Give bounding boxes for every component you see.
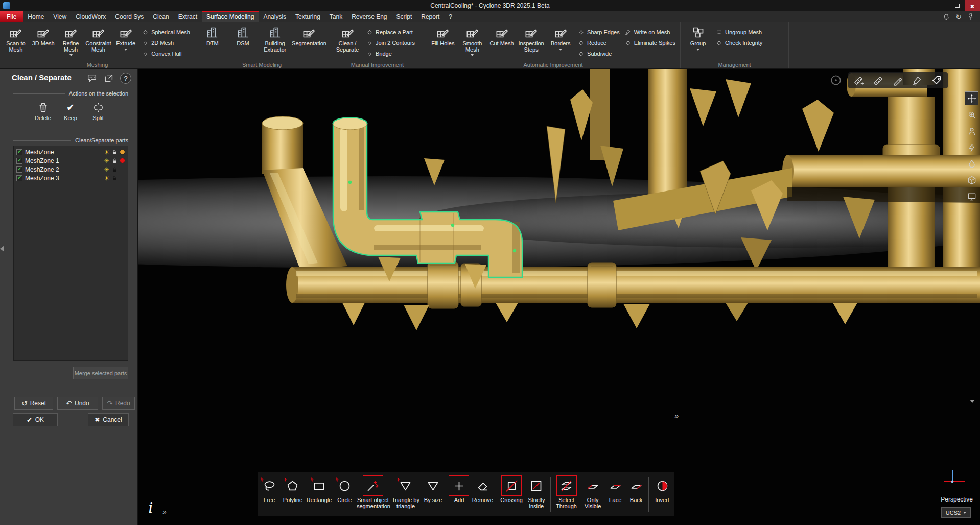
add-measurement-icon[interactable] bbox=[853, 75, 865, 86]
comment-icon[interactable] bbox=[86, 73, 98, 84]
projection-label[interactable]: Perspective bbox=[941, 496, 973, 503]
tool-polyline[interactable]: Polyline bbox=[281, 475, 305, 503]
help-icon[interactable] bbox=[120, 73, 131, 84]
tab-extract[interactable]: Extract bbox=[174, 11, 202, 22]
dtm-button[interactable]: DTM bbox=[198, 24, 227, 61]
viewport-3d-scene[interactable] bbox=[138, 69, 980, 525]
tool-crossing[interactable]: Crossing bbox=[499, 475, 524, 503]
lock-icon[interactable] bbox=[111, 158, 118, 164]
list-item-meshzone-2[interactable]: MeshZone 2 bbox=[14, 165, 128, 174]
list-item-meshzone-1[interactable]: MeshZone 1 bbox=[14, 156, 128, 165]
lock-icon[interactable] bbox=[111, 166, 118, 173]
list-item-meshzone-3[interactable]: MeshZone 3 bbox=[14, 174, 128, 182]
tool-invert[interactable]: Invert bbox=[650, 475, 674, 503]
segmentation-button[interactable]: Segmentation bbox=[292, 24, 326, 61]
tab-home[interactable]: Home bbox=[23, 11, 49, 22]
tab-texturing[interactable]: Texturing bbox=[291, 11, 325, 22]
eliminate-spikes-button[interactable]: Eliminate Spikes bbox=[625, 39, 675, 46]
toolbar-collapse-chevron[interactable] bbox=[970, 400, 975, 403]
ok-button[interactable]: OK bbox=[13, 413, 58, 426]
sharp-edges-button[interactable]: Sharp Edges bbox=[578, 29, 620, 35]
subdivide-button[interactable]: Subdivide bbox=[578, 50, 620, 57]
smooth-mesh-button[interactable]: Smooth Mesh bbox=[458, 24, 487, 61]
shading-tool[interactable] bbox=[965, 157, 978, 171]
tool-smart-object-segmentation[interactable]: Smart object segmentation bbox=[356, 475, 390, 509]
visibility-checkbox[interactable] bbox=[16, 175, 22, 181]
tab-help[interactable]: ? bbox=[444, 11, 457, 22]
tool-remove[interactable]: Remove bbox=[470, 475, 495, 503]
tab-reverse-eng[interactable]: Reverse Eng bbox=[347, 11, 391, 22]
navigation-target-icon[interactable] bbox=[829, 73, 843, 87]
pin-icon[interactable] bbox=[967, 13, 975, 21]
info-expand-chevron[interactable] bbox=[162, 507, 167, 516]
tab-clean[interactable]: Clean bbox=[148, 11, 173, 22]
tab-coord-sys[interactable]: Coord Sys bbox=[110, 11, 148, 22]
tool-add[interactable]: Add bbox=[448, 475, 470, 503]
refine-mesh-button[interactable]: Refine Mesh bbox=[58, 24, 84, 61]
visibility-checkbox[interactable] bbox=[16, 158, 22, 164]
ungroup-mesh-button[interactable]: Ungroup Mesh bbox=[716, 29, 762, 35]
clipping-box-tool[interactable] bbox=[965, 173, 978, 187]
tool-free[interactable]: Free bbox=[258, 475, 281, 503]
tool-by-size[interactable]: By size bbox=[422, 475, 445, 503]
constraint-mesh-button[interactable]: Constraint Mesh bbox=[85, 24, 111, 61]
notifications-bell-icon[interactable] bbox=[942, 13, 950, 21]
3d-mesh-button[interactable]: 3D Mesh bbox=[30, 24, 57, 61]
sun-icon[interactable] bbox=[104, 157, 109, 164]
borders-button[interactable]: Borders bbox=[546, 24, 575, 61]
group-button[interactable]: Group bbox=[683, 24, 713, 61]
pan-move-tool[interactable] bbox=[965, 91, 978, 105]
redo-button[interactable]: Redo bbox=[102, 397, 135, 410]
inspection-steps-button[interactable]: Inspection Steps bbox=[517, 24, 546, 61]
bridge-button[interactable]: Bridge bbox=[366, 50, 415, 57]
keep-button[interactable]: Keep bbox=[59, 102, 82, 133]
reduce-button[interactable]: Reduce bbox=[578, 39, 620, 46]
join-2-contours-button[interactable]: Join 2 Contours bbox=[366, 39, 415, 46]
zoom-fit-tool[interactable] bbox=[965, 108, 978, 122]
render-mode-tool[interactable] bbox=[965, 140, 978, 154]
annotation-pen-icon[interactable] bbox=[892, 75, 904, 86]
lock-icon[interactable] bbox=[111, 149, 118, 155]
maximize-button[interactable] bbox=[949, 0, 965, 11]
tool-circle[interactable]: Circle bbox=[333, 475, 356, 503]
viewer-position-tool[interactable] bbox=[965, 124, 978, 138]
list-item-meshzone[interactable]: MeshZone bbox=[14, 148, 128, 156]
tool-select-through[interactable]: Select Through bbox=[552, 475, 581, 509]
cut-mesh-button[interactable]: Cut Mesh bbox=[487, 24, 516, 61]
split-button[interactable]: Split bbox=[86, 102, 110, 133]
clean-separate-button[interactable]: Clean / Separate bbox=[332, 24, 363, 61]
tool-strictly-inside[interactable]: Strictly inside bbox=[524, 475, 549, 509]
delete-button[interactable]: Delete bbox=[31, 102, 55, 133]
tab-tank[interactable]: Tank bbox=[325, 11, 347, 22]
export-icon[interactable] bbox=[103, 73, 114, 84]
label-tag-icon[interactable] bbox=[931, 75, 943, 86]
minimize-button[interactable] bbox=[934, 0, 949, 11]
viewport-3d[interactable]: Free Polyline Rectangle Circle Smart obj… bbox=[138, 69, 980, 525]
sun-icon[interactable] bbox=[104, 166, 109, 173]
undo-button[interactable]: Undo bbox=[57, 397, 98, 410]
visibility-checkbox[interactable] bbox=[16, 149, 22, 155]
measurement-icon[interactable] bbox=[873, 75, 884, 86]
info-icon[interactable] bbox=[148, 498, 153, 517]
write-on-mesh-button[interactable]: Write on Mesh bbox=[625, 29, 675, 35]
panel-collapse-arrow[interactable] bbox=[0, 246, 4, 252]
tab-surface-modeling[interactable]: Surface Modeling bbox=[202, 11, 259, 22]
2d-mesh-button[interactable]: 2D Mesh bbox=[142, 39, 190, 46]
tool-rectangle[interactable]: Rectangle bbox=[305, 475, 334, 503]
freehand-annotation-icon[interactable] bbox=[912, 75, 923, 86]
convex-hull-button[interactable]: Convex Hull bbox=[142, 50, 190, 57]
tab-script[interactable]: Script bbox=[392, 11, 417, 22]
tool-only-visible[interactable]: Only Visible bbox=[580, 475, 605, 509]
tool-face[interactable]: Face bbox=[605, 475, 625, 503]
spherical-mesh-button[interactable]: Spherical Mesh bbox=[142, 29, 190, 35]
tool-back[interactable]: Back bbox=[625, 475, 647, 503]
tab-view[interactable]: View bbox=[49, 11, 71, 22]
replace-a-part-button[interactable]: Replace a Part bbox=[366, 29, 415, 35]
close-button[interactable] bbox=[965, 0, 980, 11]
tab-cloudworx[interactable]: CloudWorx bbox=[71, 11, 110, 22]
screen-view-tool[interactable] bbox=[965, 189, 978, 203]
cancel-button[interactable]: Cancel bbox=[88, 413, 129, 426]
sun-icon[interactable] bbox=[104, 149, 109, 156]
expand-toolbar-chevron[interactable] bbox=[674, 411, 679, 420]
mesh-parts-list[interactable]: MeshZone MeshZone 1 MeshZone 2 bbox=[13, 146, 128, 361]
